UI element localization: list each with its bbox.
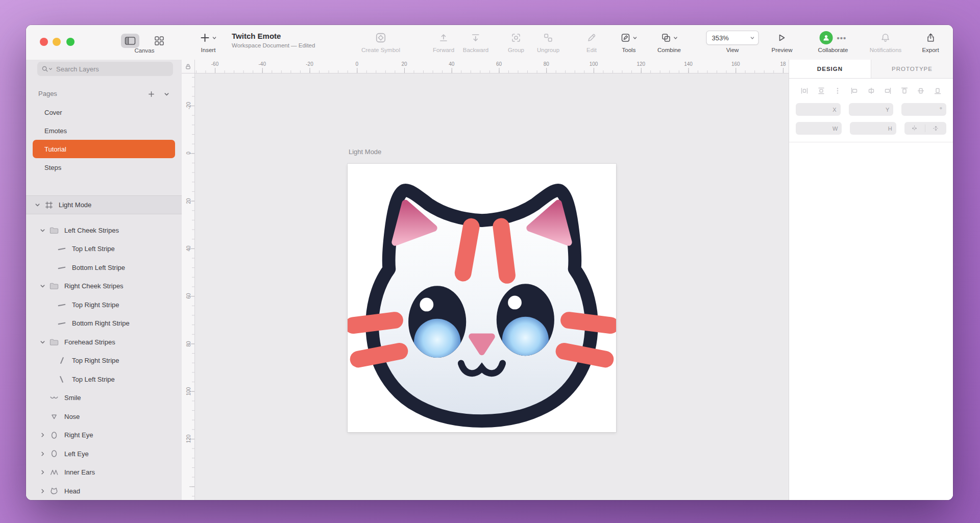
- rotation-field[interactable]: °: [901, 103, 946, 116]
- layer-row[interactable]: Smile: [26, 389, 182, 408]
- layer-row[interactable]: Inner Ears: [26, 463, 182, 482]
- layer-row[interactable]: Right Eye: [26, 426, 182, 445]
- desktop-wallpaper: Canvas Insert Twitch Emote Workspace Doc…: [0, 0, 980, 523]
- layer-row[interactable]: Left Cheek Stripes: [26, 221, 182, 240]
- page-item-steps[interactable]: Steps: [33, 158, 175, 177]
- align-center-horizontal-icon[interactable]: [867, 87, 875, 95]
- collaborator-avatar[interactable]: [820, 31, 833, 44]
- height-field[interactable]: H: [850, 122, 896, 135]
- layer-label: Bottom Right Stripe: [72, 319, 130, 327]
- collaborate-button[interactable]: ••• Collaborate: [818, 30, 848, 53]
- layer-row[interactable]: Top Left Stripe: [26, 240, 182, 259]
- layer-label: Top Right Stripe: [72, 301, 119, 309]
- ruler-h-label: -40: [259, 61, 266, 67]
- chevron-down-icon[interactable]: [37, 339, 47, 345]
- layer-row[interactable]: Forehead Stripes: [26, 333, 182, 352]
- layers-list: Left Cheek StripesTop Left StripeBottom …: [26, 221, 182, 500]
- page-item-emotes[interactable]: Emotes: [33, 121, 175, 140]
- canvas-toggle-label: Canvas: [126, 47, 163, 54]
- tab-design[interactable]: DESIGN: [789, 60, 871, 78]
- position-fields-row: X Y °: [789, 97, 953, 116]
- distribute-vertical-icon[interactable]: [817, 87, 825, 95]
- chevron-down-icon: [633, 36, 638, 40]
- chevron-down-icon[interactable]: [37, 283, 47, 289]
- align-right-icon[interactable]: [884, 87, 892, 95]
- components-view-toggle[interactable]: [150, 34, 168, 48]
- flip-vertical-button[interactable]: [925, 124, 946, 132]
- tab-prototype[interactable]: PROTOTYPE: [871, 60, 953, 78]
- layer-row[interactable]: Head: [26, 482, 182, 500]
- folder-icon: [47, 282, 61, 290]
- preview-button[interactable]: Preview: [772, 30, 793, 53]
- view-label: View: [726, 47, 739, 53]
- insert-button[interactable]: Insert: [200, 30, 217, 53]
- grid-view-icon: [154, 36, 164, 46]
- zoom-dropdown[interactable]: 353%: [706, 31, 759, 45]
- tidy-icon[interactable]: [834, 87, 842, 95]
- stripe-slash-icon: [55, 357, 68, 364]
- search-scope-chevron-icon[interactable]: [48, 67, 53, 71]
- artboard-canvas-label[interactable]: Light Mode: [349, 148, 381, 156]
- stripe-backslash-icon: [55, 376, 68, 383]
- chevron-down-icon[interactable]: [32, 202, 42, 208]
- collaborate-label: Collaborate: [818, 47, 848, 53]
- export-button[interactable]: Export: [922, 30, 939, 53]
- collaborate-overflow-icon[interactable]: •••: [837, 34, 847, 42]
- artboard-row-light-mode[interactable]: Light Mode: [26, 195, 182, 214]
- lock-icon[interactable]: [185, 63, 191, 70]
- width-field[interactable]: W: [796, 122, 842, 135]
- layer-row[interactable]: Bottom Right Stripe: [26, 314, 182, 333]
- collapse-pages-chevron-icon[interactable]: [161, 88, 172, 99]
- canvas-view-toggle[interactable]: [121, 34, 139, 48]
- chevron-down-icon: [750, 36, 755, 40]
- search-field[interactable]: [37, 62, 173, 76]
- layer-label: Forehead Stripes: [64, 338, 115, 346]
- window-minimize-button[interactable]: [53, 38, 61, 46]
- page-item-cover[interactable]: Cover: [33, 103, 175, 121]
- align-middle-vertical-icon[interactable]: [917, 87, 925, 95]
- chevron-right-icon[interactable]: [37, 432, 47, 438]
- tools-button[interactable]: Tools: [621, 30, 638, 53]
- layer-row[interactable]: Top Right Stripe: [26, 352, 182, 370]
- vertical-ruler[interactable]: -20020406080100120: [182, 73, 195, 500]
- align-bottom-icon[interactable]: [934, 87, 942, 95]
- chevron-down-icon[interactable]: [37, 228, 47, 233]
- search-input[interactable]: [55, 65, 169, 73]
- ruler-h-label: 100: [590, 61, 598, 67]
- artboard-light-mode[interactable]: [348, 164, 616, 432]
- align-top-icon[interactable]: [900, 87, 909, 95]
- chevron-right-icon[interactable]: [37, 451, 47, 457]
- canvas-viewport[interactable]: Light Mode: [195, 73, 789, 500]
- y-position-field[interactable]: Y: [849, 103, 894, 116]
- combine-button[interactable]: Combine: [657, 30, 681, 53]
- nose-icon: [47, 413, 61, 420]
- add-page-button[interactable]: [145, 88, 157, 99]
- flip-horizontal-button[interactable]: [904, 124, 925, 132]
- layer-row[interactable]: Top Right Stripe: [26, 295, 182, 314]
- chevron-right-icon[interactable]: [37, 469, 47, 475]
- layer-row[interactable]: Nose: [26, 407, 182, 426]
- window-zoom-button[interactable]: [66, 38, 75, 46]
- layer-row[interactable]: Bottom Left Stripe: [26, 258, 182, 277]
- document-title: Twitch Emote: [232, 32, 281, 41]
- page-item-tutorial[interactable]: Tutorial: [33, 140, 175, 158]
- group-button[interactable]: Group: [508, 30, 524, 53]
- notifications-button[interactable]: Notifications: [870, 30, 902, 53]
- layer-row[interactable]: Left Eye: [26, 444, 182, 463]
- distribute-horizontal-icon[interactable]: [800, 87, 808, 95]
- backward-button[interactable]: Backward: [463, 30, 489, 53]
- layer-row[interactable]: Right Cheek Stripes: [26, 277, 182, 296]
- create-symbol-button[interactable]: Create Symbol: [361, 30, 400, 53]
- forward-button[interactable]: Forward: [433, 30, 454, 53]
- edit-button[interactable]: Edit: [586, 30, 597, 53]
- notifications-label: Notifications: [870, 47, 902, 53]
- eye-icon: [47, 450, 61, 458]
- align-left-icon[interactable]: [850, 87, 859, 95]
- layer-row[interactable]: Top Left Stripe: [26, 370, 182, 389]
- x-position-field[interactable]: X: [796, 103, 841, 116]
- ungroup-button[interactable]: Ungroup: [537, 30, 559, 53]
- horizontal-ruler[interactable]: -60-40-2002040608010012014016018: [195, 60, 789, 73]
- cat-emote-graphic: [348, 164, 616, 432]
- window-close-button[interactable]: [40, 38, 48, 46]
- chevron-right-icon[interactable]: [37, 488, 47, 494]
